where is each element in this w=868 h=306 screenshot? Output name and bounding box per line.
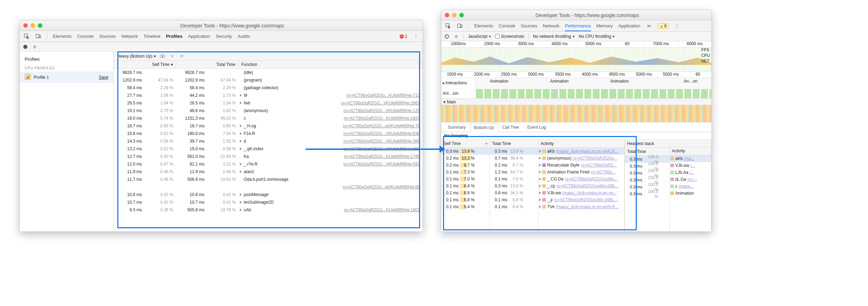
record-icon[interactable] bbox=[23, 45, 27, 49]
tab-sources[interactable]: Sources bbox=[521, 23, 537, 28]
maximize-icon[interactable] bbox=[38, 23, 42, 28]
table-row[interactable]: 0.1 ms 6.4 % bbox=[441, 203, 490, 210]
source-link[interactable]: /maps... bbox=[679, 184, 694, 189]
details-tab-bottom-up[interactable]: Bottom-Up bbox=[470, 123, 498, 132]
expand-icon[interactable] bbox=[240, 94, 242, 97]
tab-application[interactable]: Application bbox=[188, 34, 210, 39]
table-row[interactable]: 15.8 ms 0.62 % 180.0 ms 7.04 % F1e.R rs=… bbox=[114, 130, 423, 137]
tab-sources[interactable]: Sources bbox=[99, 34, 116, 39]
expand-icon[interactable] bbox=[539, 171, 541, 173]
table-row[interactable]: Recalculate Style rs=ACT90oGqRZ... bbox=[539, 162, 624, 169]
tab-console[interactable]: Console bbox=[499, 23, 515, 28]
more-icon[interactable]: ⋮ bbox=[674, 23, 680, 29]
table-row[interactable]: 0.1 ms 6.8 % bbox=[441, 189, 490, 196]
table-row[interactable]: 0.7 ms 38.4 % bbox=[490, 155, 538, 162]
table-row[interactable]: 9.3 ms 0.36 % 505.8 ms 19.78 % uAb rs=AC… bbox=[114, 206, 423, 214]
expand-icon[interactable] bbox=[240, 209, 242, 211]
source-link[interactable]: /... bbox=[690, 163, 695, 168]
inspect-icon[interactable] bbox=[445, 23, 451, 29]
tab-security[interactable]: Security bbox=[216, 34, 232, 39]
delete-icon[interactable]: ✕ bbox=[169, 53, 175, 59]
source-link[interactable]: rs=ACT90oGqRZGG...VKUlgM95Hw:593 bbox=[343, 162, 420, 167]
expand-icon[interactable] bbox=[539, 150, 541, 153]
cpu-throttle-select[interactable]: No CPU throttling ▾ bbox=[579, 34, 615, 39]
titlebar[interactable]: Developer Tools - https://www.google.com… bbox=[20, 20, 423, 31]
overview-ruler[interactable]: 1000ms2000 ms3000 ms4000 ms5000 ms607000… bbox=[441, 41, 711, 48]
detail-ruler[interactable]: 1500 ms2000 ms2500 ms3000 ms3500 ms4000 … bbox=[441, 72, 711, 78]
table-row[interactable]: 0.3 ms 13.9 % bbox=[441, 148, 490, 155]
more-icon[interactable]: ⋮ bbox=[413, 33, 419, 40]
network-throttle-select[interactable]: No network throttling ▾ bbox=[533, 34, 575, 39]
source-link[interactable]: rs=ACT90oGqRZGGxuWo... bbox=[565, 177, 618, 181]
table-row[interactable]: 0.1 ms 6.8 % bbox=[441, 182, 490, 189]
table-row[interactable]: 10.7 ms 0.42 % 10.7 ms 0.42 % texSubImag… bbox=[114, 198, 423, 206]
tab-elements[interactable]: Elements bbox=[53, 34, 72, 39]
source-link[interactable]: rs=ACT90o... bbox=[591, 170, 616, 175]
profile-item[interactable]: Profile 1 Save bbox=[20, 71, 113, 83]
table-row[interactable]: aKb /ma... bbox=[670, 155, 711, 162]
tab-timeline[interactable]: Timeline bbox=[143, 34, 160, 39]
details-tab-summary[interactable]: Summary bbox=[444, 123, 469, 132]
expand-icon[interactable] bbox=[539, 205, 541, 208]
col-total[interactable]: Total Time bbox=[176, 61, 239, 68]
tab-performance[interactable]: Performance bbox=[565, 23, 591, 31]
source-link[interactable]: rs=ACT90oGqRZGG...KUlgM95Hw:713 bbox=[346, 93, 420, 98]
table-row[interactable]: 14.3 ms 0.56 % 39.7 ms 1.55 % d rs=ACT90… bbox=[114, 137, 423, 145]
close-icon[interactable] bbox=[445, 13, 449, 17]
clear-icon[interactable]: ⊘ bbox=[32, 44, 38, 50]
expand-icon[interactable] bbox=[240, 125, 242, 127]
source-link[interactable]: rs=ACT90oGqRZGG...KUlgM95Hw:1929 bbox=[344, 116, 420, 121]
table-row[interactable]: 0.6 ms 34.1 % bbox=[490, 189, 538, 196]
table-row[interactable]: Animation bbox=[670, 190, 711, 197]
table-row[interactable]: 58.4 ms 2.29 % 58.4 ms 2.29 % (garbage c… bbox=[114, 84, 423, 92]
table-row[interactable]: _.ji rs=ACT90oGqRZGGxuWo-z8BL... bbox=[539, 196, 624, 203]
expand-icon[interactable] bbox=[539, 192, 541, 194]
expand-icon[interactable] bbox=[240, 201, 242, 204]
capture-select[interactable]: JavaScript ▾ bbox=[468, 34, 491, 39]
expand-icon[interactable] bbox=[240, 132, 242, 135]
tab-application[interactable]: Application bbox=[618, 23, 641, 28]
table-row[interactable]: 27.7 ms 1.08 % 44.2 ms 1.73 % t9 rs=ACT9… bbox=[114, 92, 423, 99]
table-row[interactable]: 11.7 ms 0.46 % 506.9 ms 19.82 % Oda.b.po… bbox=[114, 176, 423, 183]
table-row[interactable]: 0.1 ms 7.0 % bbox=[441, 176, 490, 182]
table-row[interactable]: 10.8 ms 0.42 % 10.8 ms 0.42 % postMessag… bbox=[114, 191, 423, 198]
error-badge[interactable]: ✕1 bbox=[400, 34, 407, 39]
expand-icon[interactable] bbox=[539, 164, 541, 167]
refresh-icon[interactable]: ⟳ bbox=[179, 53, 185, 59]
inspect-icon[interactable] bbox=[23, 33, 30, 40]
track-animation[interactable]: Ani…ion bbox=[441, 88, 476, 99]
source-link[interactable]: rs=... bbox=[687, 177, 697, 182]
source-link[interactable]: rs=ACT90oGqRZGG...VKUlgM95Hw:838 bbox=[343, 131, 420, 136]
source-link[interactable]: /maps/_/js/k=maps.m.en.ye... bbox=[562, 190, 616, 195]
table-row[interactable]: VJb.wa /maps/_/js/k=maps.m.en.ye... bbox=[539, 189, 624, 196]
view-select[interactable]: Heavy (Bottom Up) ▾ bbox=[117, 54, 156, 59]
table-row[interactable]: 19.1 ms 0.75 % 46.6 ms 1.82 % (anonymous… bbox=[114, 107, 423, 114]
source-link[interactable]: rs=ACT90oGqRZGG...VKUlgM95Hw:1661 bbox=[341, 101, 420, 105]
col-function[interactable]: Function bbox=[239, 61, 423, 68]
table-row[interactable]: TVe /maps/_/js/k=maps.m.en.yeALR... bbox=[539, 203, 624, 210]
table-row[interactable]: _.CG.Da rs=ACT90oGqRZGGxuWo... bbox=[539, 176, 624, 182]
overview-chart[interactable]: FPSCPUNET bbox=[441, 48, 711, 72]
tab-audits[interactable]: Audits bbox=[237, 34, 250, 39]
table-row[interactable]: _.zp rs=ACT90oGqRZGGxuWo-z8B... bbox=[539, 182, 624, 189]
expand-icon[interactable] bbox=[539, 198, 541, 201]
warning-badge[interactable]: ▲6 bbox=[658, 23, 668, 29]
table-row[interactable]: VJb.wa /... bbox=[670, 162, 711, 169]
expand-icon[interactable] bbox=[539, 157, 541, 160]
table-row[interactable]: 0.2 ms 8.7 % bbox=[441, 162, 490, 169]
source-link[interactable]: rs=ACT90oGqRZGG...VKUlgM95Hw:389 bbox=[343, 139, 420, 144]
source-link[interactable]: /... bbox=[690, 170, 694, 175]
table-row[interactable]: 26.5 ms 1.04 % 26.5 ms 1.04 % fwb rs=ACT… bbox=[114, 99, 423, 107]
table-row[interactable]: 0.3 ms 13.6 % bbox=[490, 182, 538, 189]
tab-memory[interactable]: Memory bbox=[596, 23, 613, 28]
table-row[interactable]: 9626.7 ms 9626.7 ms (idle) bbox=[114, 69, 423, 76]
table-row[interactable]: aKb /maps/_/js/k=maps.m.en.yeALR... bbox=[539, 148, 624, 155]
source-link[interactable]: rs=ACT90oGqRZGGxuWo-z8B... bbox=[557, 184, 618, 188]
expand-icon[interactable] bbox=[240, 193, 242, 196]
expand-icon[interactable] bbox=[539, 185, 541, 187]
tab-elements[interactable]: Elements bbox=[474, 23, 493, 28]
record-icon[interactable] bbox=[445, 34, 449, 39]
source-link[interactable]: rs=ACT90oGqRZGG...KUlgM95Hw:1799 bbox=[344, 154, 420, 159]
source-link[interactable]: /maps/_/js/k=maps.m.en.yeALR... bbox=[556, 149, 618, 154]
source-link[interactable]: rs=ACT90oGqRZGG...wVKUlgM95Hw:88 bbox=[343, 185, 420, 189]
